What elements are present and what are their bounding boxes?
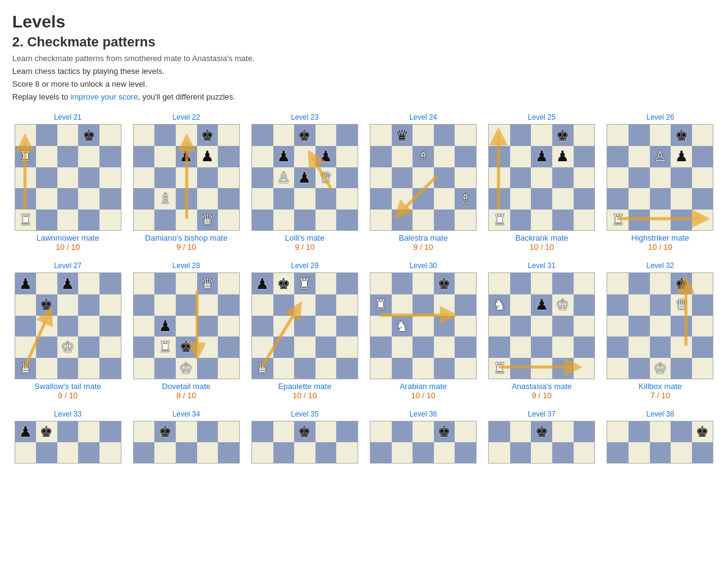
level-label-21: Level 21 xyxy=(54,113,81,122)
level-label-29: Level 29 xyxy=(291,261,319,270)
mate-name-31: Anastasia's mate xyxy=(511,382,572,391)
level-card-24[interactable]: Level 24 ♛ ♗ ♗ Balestra mate 9 / 10 xyxy=(368,113,479,252)
page-title: 2. Checkmate patterns xyxy=(12,34,716,50)
board-34: ♚ xyxy=(133,421,240,528)
level-label-33: Level 33 xyxy=(54,410,81,418)
level-card-37[interactable]: Level 37 ♚ xyxy=(486,410,597,528)
mate-score-32: 7 / 10 xyxy=(651,391,671,400)
mate-score-26: 10 / 10 xyxy=(648,242,672,252)
board-37: ♚ xyxy=(488,421,595,528)
levels-grid: Level 21 ♚ ♜ ♜ Lawnmower mate 10 / 10 xyxy=(12,113,716,528)
level-label-25: Level 25 xyxy=(528,113,555,122)
board-31: ♞♟♔ ♜ xyxy=(488,272,595,379)
board-38: ♚ xyxy=(607,421,713,528)
mate-score-23: 9 / 10 xyxy=(295,242,315,252)
level-label-31: Level 31 xyxy=(528,261,555,270)
level-label-23: Level 23 xyxy=(291,113,319,122)
board-32: ♚ ♛ ♔ xyxy=(607,272,713,379)
mate-score-21: 10 / 10 xyxy=(56,242,80,252)
level-label-37: Level 37 xyxy=(528,410,555,418)
mate-score-30: 10 / 10 xyxy=(411,391,436,400)
level-label-36: Level 36 xyxy=(409,410,437,418)
level-card-22[interactable]: Level 22 ♚ ♟♟ ♗ ♛ Damiano's bishop mate … xyxy=(131,113,242,252)
board-30: ♚ ♜ ♞ xyxy=(370,272,477,379)
mate-name-21: Lawnmower mate xyxy=(37,233,99,242)
mate-score-22: 9 / 10 xyxy=(176,242,196,252)
mate-score-24: 9 / 10 xyxy=(413,242,433,252)
level-card-31[interactable]: Level 31 ♞♟♔ ♜ Anastasia's mate 9 / 10 xyxy=(486,261,597,400)
info-block: Learn chess tactics by playing these lev… xyxy=(12,65,716,103)
level-card-35[interactable]: Level 35 ♚ xyxy=(249,410,360,528)
board-29: ♟♚♜ ♛ xyxy=(251,272,358,379)
board-36: ♚ xyxy=(370,421,477,528)
level-label-30: Level 30 xyxy=(409,261,437,270)
level-card-29[interactable]: Level 29 ♟♚♜ ♛ Epaulette mate 10 / 10 xyxy=(249,261,360,400)
level-card-36[interactable]: Level 36 ♚ xyxy=(368,410,479,528)
board-35: ♚ xyxy=(251,421,358,528)
board-27: ♟♟ ♚ ♔ ♛ xyxy=(15,272,121,379)
level-label-27: Level 27 xyxy=(54,261,81,270)
level-label-32: Level 32 xyxy=(646,261,674,270)
level-label-35: Level 35 xyxy=(291,410,319,418)
mate-name-22: Damiano's bishop mate xyxy=(145,233,228,242)
board-28: ♛ ♟ ♜♚ ♔ xyxy=(133,272,240,379)
mate-name-32: Killbox mate xyxy=(639,382,682,391)
section-title: Levels xyxy=(12,12,716,32)
mate-score-28: 8 / 10 xyxy=(176,391,196,400)
mate-name-30: Arabian mate xyxy=(400,382,447,391)
level-label-26: Level 26 xyxy=(646,113,674,122)
mate-name-27: Swallow's tail mate xyxy=(34,382,101,391)
board-23: ♚ ♟♟ ♙♟♛ xyxy=(251,124,358,231)
level-card-25[interactable]: Level 25 ♚ ♟♟ ♜ Backrank mate 10 / 10 xyxy=(486,113,597,252)
level-card-38[interactable]: Level 38 ♚ xyxy=(605,410,716,528)
level-card-34[interactable]: Level 34 ♚ xyxy=(131,410,242,528)
mate-score-25: 10 / 10 xyxy=(530,242,554,252)
board-24: ♛ ♗ ♗ xyxy=(370,124,477,231)
level-card-26[interactable]: Level 26 ♚ ♙♟ ♜ Highstriker mate 10 / 10 xyxy=(605,113,716,252)
mate-name-26: Highstriker mate xyxy=(632,233,690,242)
board-25: ♚ ♟♟ ♜ xyxy=(488,124,595,231)
level-label-24: Level 24 xyxy=(409,113,437,122)
level-card-30[interactable]: Level 30 ♚ ♜ ♞ Arabian mate 10 / 10 xyxy=(368,261,479,400)
mate-name-24: Balestra mate xyxy=(398,233,447,242)
mate-score-29: 10 / 10 xyxy=(293,391,317,400)
board-33: ♟♚ xyxy=(15,421,121,528)
level-label-38: Level 38 xyxy=(646,410,674,418)
mate-name-23: Lolli's mate xyxy=(285,233,325,242)
level-card-21[interactable]: Level 21 ♚ ♜ ♜ Lawnmower mate 10 / 10 xyxy=(12,113,123,252)
subtitle: Learn checkmate patterns from smothered … xyxy=(12,54,716,63)
level-card-27[interactable]: Level 27 ♟♟ ♚ ♔ ♛ Swallow's tail mate 9 … xyxy=(12,261,123,400)
level-card-32[interactable]: Level 32 ♚ ♛ ♔ Killbox mate 7 / 10 xyxy=(605,261,716,400)
mate-score-31: 9 / 10 xyxy=(532,391,552,400)
mate-score-27: 9 / 10 xyxy=(58,391,78,400)
board-22: ♚ ♟♟ ♗ ♛ xyxy=(133,124,240,231)
board-21: ♚ ♜ ♜ xyxy=(15,124,121,231)
level-label-34: Level 34 xyxy=(173,410,200,418)
mate-name-25: Backrank mate xyxy=(515,233,568,242)
mate-name-29: Epaulette mate xyxy=(278,382,331,391)
level-label-22: Level 22 xyxy=(173,113,200,122)
mate-name-28: Dovetail mate xyxy=(162,382,211,391)
level-card-28[interactable]: Level 28 ♛ ♟ ♜♚ ♔ Dovetail mate 8 / 10 xyxy=(131,261,242,400)
level-card-33[interactable]: Level 33 ♟♚ xyxy=(12,410,123,528)
level-label-28: Level 28 xyxy=(173,261,200,270)
level-card-23[interactable]: Level 23 ♚ ♟♟ ♙♟♛ Lolli's mate 9 / 10 xyxy=(249,113,360,252)
board-26: ♚ ♙♟ ♜ xyxy=(607,124,713,231)
